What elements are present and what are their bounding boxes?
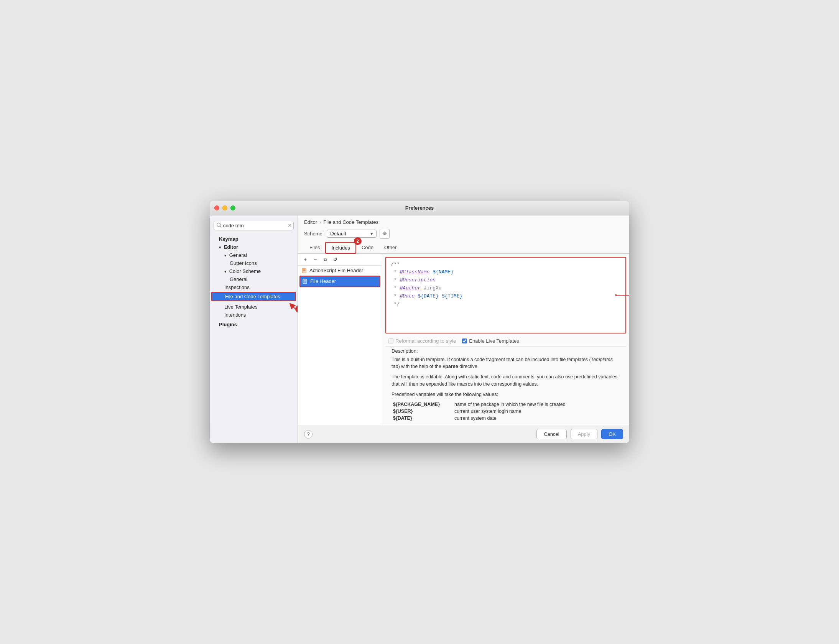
variables-table: ${PACKAGE_NAME} name of the package in w…: [392, 401, 620, 422]
description-text2: The template is editable. Along with sta…: [392, 373, 620, 388]
sidebar-item-file-code-templates[interactable]: File and Code Templates: [211, 292, 296, 301]
gear-icon: [382, 231, 387, 237]
sidebar-item-label: Intentions: [224, 312, 246, 318]
list-item[interactable]: ActionScript File Header: [298, 266, 382, 276]
breadcrumb-part1: Editor: [304, 219, 317, 225]
reformat-label: Reformat according to style: [395, 338, 456, 344]
preferences-window: Preferences ✕ Keymap: [210, 201, 629, 444]
apply-button[interactable]: Apply: [571, 429, 598, 439]
list-item-label: ActionScript File Header: [309, 268, 363, 273]
sidebar: ✕ Keymap ▾ Editor ▾ General: [210, 215, 298, 444]
sidebar-item-label: File and Code Templates: [225, 294, 280, 299]
cancel-button[interactable]: Cancel: [536, 429, 566, 439]
sidebar-item-label: General: [230, 276, 247, 282]
maximize-button[interactable]: [230, 205, 235, 210]
var-desc: current user system login name: [453, 408, 620, 415]
sidebar-item-editor[interactable]: ▾ Editor: [210, 243, 298, 251]
code-line: * @Date ${DATE} ${TIME}: [391, 292, 621, 301]
sidebar-item-intentions[interactable]: Intentions: [210, 311, 298, 319]
reformat-option[interactable]: Reformat according to style: [388, 338, 456, 344]
description-text1: This is a built-in template. It contains…: [392, 356, 620, 371]
content-area: + − ⧉ ↺ ActionScript File Header: [298, 254, 629, 425]
chevron-down-icon: ▾: [224, 253, 226, 258]
chevron-down-icon: ▾: [219, 245, 221, 250]
sidebar-item-label: Plugins: [219, 322, 237, 327]
add-template-button[interactable]: +: [301, 255, 309, 264]
var-name: ${USER}: [392, 408, 453, 415]
list-toolbar: + − ⧉ ↺: [298, 254, 382, 266]
description-section: Description: This is a built-in template…: [385, 346, 626, 425]
editor-panel: /** * @ClassName ${NAME} * @Description …: [382, 254, 629, 425]
table-row: ${PACKAGE_NAME} name of the package in w…: [392, 401, 620, 408]
window-controls: [214, 205, 235, 210]
code-line: */: [391, 301, 621, 309]
tabs-row: Files Includes 2 Code Other: [298, 242, 629, 254]
svg-line-1: [220, 226, 222, 227]
var-desc: current system date: [453, 415, 620, 422]
ok-button[interactable]: OK: [601, 429, 623, 439]
description-text3: Predefined variables will take the follo…: [392, 391, 620, 398]
sidebar-item-color-scheme[interactable]: ▾ Color Scheme: [210, 267, 298, 275]
sidebar-item-label: Editor: [224, 244, 239, 250]
template-list: + − ⧉ ↺ ActionScript File Header: [298, 254, 382, 425]
description-title: Description:: [392, 348, 620, 354]
reformat-checkbox[interactable]: [388, 338, 393, 343]
breadcrumb: Editor › File and Code Templates: [298, 215, 629, 227]
sidebar-item-inspections[interactable]: Inspections: [210, 283, 298, 291]
chevron-down-icon: ▾: [370, 231, 373, 237]
help-button[interactable]: ?: [304, 430, 313, 439]
sidebar-item-live-templates[interactable]: Live Templates: [210, 303, 298, 311]
var-desc: name of the package in which the new fil…: [453, 401, 620, 408]
table-row: ${DATE} current system date: [392, 415, 620, 422]
search-input[interactable]: [223, 223, 288, 228]
live-templates-label: Enable Live Templates: [469, 338, 519, 344]
editor-options: Reformat according to style Enable Live …: [382, 337, 629, 346]
sidebar-item-label: Keymap: [219, 236, 239, 242]
sidebar-item-general[interactable]: ▾ General: [210, 251, 298, 259]
minimize-button[interactable]: [222, 205, 227, 210]
close-button[interactable]: [214, 205, 219, 210]
sidebar-item-color-general[interactable]: General: [210, 275, 298, 283]
code-line: /**: [391, 261, 621, 269]
table-row: ${USER} current user system login name: [392, 408, 620, 415]
search-box[interactable]: ✕: [214, 221, 294, 230]
sidebar-item-keymap[interactable]: Keymap: [210, 235, 298, 243]
tab-files[interactable]: Files: [304, 242, 325, 253]
sidebar-tree: Keymap ▾ Editor ▾ General Gutter Icons: [210, 234, 298, 444]
sidebar-item-plugins[interactable]: Plugins: [210, 320, 298, 329]
list-item[interactable]: File Header: [299, 276, 380, 287]
scheme-label: Scheme:: [304, 231, 324, 237]
code-editor[interactable]: /** * @ClassName ${NAME} * @Description …: [385, 257, 626, 334]
copy-template-button[interactable]: ⧉: [321, 255, 329, 264]
sidebar-item-label: Inspections: [224, 284, 250, 290]
window-title: Preferences: [405, 205, 434, 211]
template-icon: [302, 278, 308, 284]
live-templates-option[interactable]: Enable Live Templates: [462, 338, 519, 344]
sidebar-item-gutter-icons[interactable]: Gutter Icons: [210, 259, 298, 267]
list-item-label: File Header: [310, 278, 336, 284]
annotation-badge-2: 2: [354, 237, 362, 245]
bottom-bar: ? Cancel Apply OK: [298, 425, 629, 443]
code-line: * @Description: [391, 276, 621, 284]
sidebar-item-label: General: [229, 252, 247, 258]
live-templates-checkbox[interactable]: [462, 338, 467, 343]
annotation-3-container: 3: [615, 291, 629, 299]
remove-template-button[interactable]: −: [311, 255, 319, 264]
tab-other[interactable]: Other: [379, 242, 402, 253]
gear-button[interactable]: [380, 229, 390, 239]
search-icon: [216, 222, 222, 229]
breadcrumb-part2: File and Code Templates: [323, 219, 378, 225]
reset-template-button[interactable]: ↺: [331, 255, 339, 264]
scheme-value: Default: [330, 231, 346, 237]
search-clear-icon[interactable]: ✕: [288, 223, 292, 228]
scheme-select[interactable]: Default ▾: [327, 230, 377, 238]
chevron-down-icon: ▾: [224, 269, 226, 274]
main-content: Editor › File and Code Templates Scheme:…: [298, 215, 629, 444]
scheme-row: Scheme: Default ▾: [298, 227, 629, 242]
sidebar-item-label: Color Scheme: [229, 268, 261, 274]
tab-includes[interactable]: Includes: [325, 242, 356, 254]
var-name: ${DATE}: [392, 415, 453, 422]
breadcrumb-separator: ›: [319, 219, 321, 225]
var-name: ${PACKAGE_NAME}: [392, 401, 453, 408]
code-line: * @ClassName ${NAME}: [391, 268, 621, 276]
